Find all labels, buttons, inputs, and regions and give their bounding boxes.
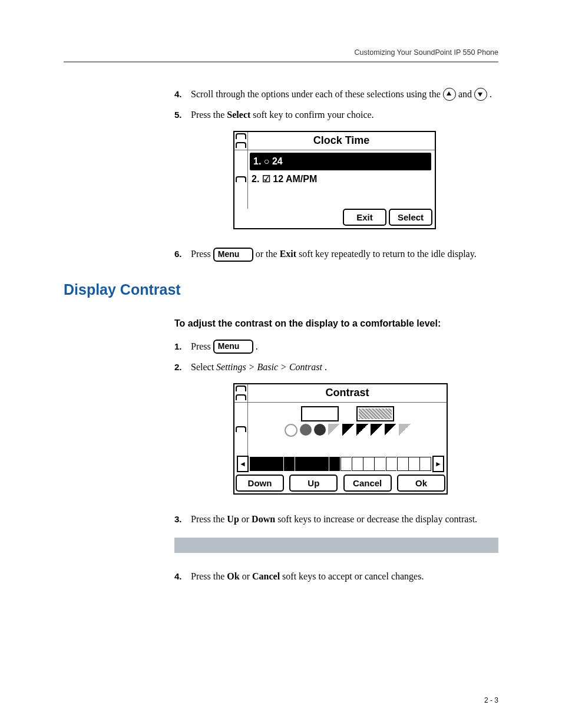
step-number: 3. <box>174 512 191 527</box>
lcd-side-icons <box>234 403 248 456</box>
running-header: Customizing Your SoundPoint IP 550 Phone <box>64 48 498 57</box>
softkey-select: Select <box>389 209 432 226</box>
menu-key-icon: Menu <box>213 340 253 354</box>
step-number: 6. <box>174 247 191 262</box>
phone-icon <box>236 142 246 148</box>
step-text: . <box>490 89 492 99</box>
step-bold: Down <box>252 514 275 524</box>
contrast-preview-boxes <box>253 406 442 421</box>
step-text: Select <box>191 362 216 372</box>
step-text: or <box>242 514 252 524</box>
step-text: Press <box>191 341 213 351</box>
steps-contrast: 1. Press Menu . 2. Select Settings > Bas… <box>174 340 498 527</box>
lcd-title: Contrast <box>248 385 447 401</box>
step-text: Press the <box>191 110 227 120</box>
lcd-list-item-selected: 1. ○ 24 <box>250 153 431 171</box>
note-placeholder-bar <box>174 538 498 553</box>
step-number: 2. <box>174 360 191 506</box>
lcd-title: Clock Time <box>248 133 435 149</box>
steps-contrast-cont: 4. Press the Ok or Cancel soft keys to a… <box>174 569 498 584</box>
step-bold: Cancel <box>252 571 280 581</box>
contrast-slider: ◄ ► <box>234 456 447 475</box>
softkey-up: Up <box>289 475 338 492</box>
step-text: or <box>242 571 252 581</box>
step-bold: Select <box>227 110 250 120</box>
lcd-side-icons <box>234 132 248 150</box>
step-number: 4. <box>174 569 191 584</box>
lcd-side-icons <box>234 150 248 209</box>
phone-icon <box>236 426 246 432</box>
step-text: soft key repeatedly to return to the idl… <box>299 249 477 259</box>
step-text: Press <box>191 249 213 259</box>
lcd-side-icons <box>234 384 248 402</box>
phone-icon <box>236 133 246 139</box>
up-arrow-icon <box>443 88 456 101</box>
phone-icon <box>236 394 246 400</box>
section-heading: Display Contrast <box>64 281 498 298</box>
down-arrow-icon <box>474 88 487 101</box>
step-text: soft key to confirm your choice. <box>253 110 373 120</box>
step-number: 5. <box>174 108 191 242</box>
right-arrow-icon: ► <box>432 456 444 472</box>
page-number: 2 - 3 <box>484 696 498 704</box>
lcd-clock-figure: Clock Time 1. ○ 24 2. ☑ 12 AM/PM <box>233 131 436 230</box>
left-arrow-icon: ◄ <box>237 456 249 472</box>
step-text: Press the <box>191 514 227 524</box>
step-text: Scroll through the options under each of… <box>191 89 443 99</box>
lcd-list-item: 2. ☑ 12 AM/PM <box>248 170 435 189</box>
softkey-down: Down <box>236 475 284 492</box>
step-bold: Ok <box>227 571 239 581</box>
steps-continued: 4. Scroll through the options under each… <box>174 87 498 262</box>
step-text: Press the <box>191 571 227 581</box>
contrast-swatches <box>253 424 442 437</box>
menu-key-icon: Menu <box>213 248 253 262</box>
step-bold: Exit <box>280 249 296 259</box>
step-text: soft keys to increase or decrease the di… <box>277 514 477 524</box>
step-text: or the <box>256 249 280 259</box>
header-rule <box>64 61 498 62</box>
lcd-contrast-figure: Contrast <box>233 383 448 495</box>
softkey-exit: Exit <box>343 209 386 226</box>
phone-icon <box>236 176 246 182</box>
softkey-ok: Ok <box>397 475 445 492</box>
procedure-heading: To adjust the contrast on the display to… <box>174 318 498 329</box>
step-text: . <box>325 362 327 372</box>
step-italic: Settings > Basic > Contrast <box>216 362 322 372</box>
step-number: 4. <box>174 87 191 102</box>
step-number: 1. <box>174 340 191 354</box>
step-bold: Up <box>227 514 239 524</box>
step-text: soft keys to accept or cancel changes. <box>282 571 424 581</box>
step-text: and <box>458 89 474 99</box>
softkey-cancel: Cancel <box>343 475 392 492</box>
phone-icon <box>236 386 246 391</box>
step-text: . <box>256 341 258 351</box>
